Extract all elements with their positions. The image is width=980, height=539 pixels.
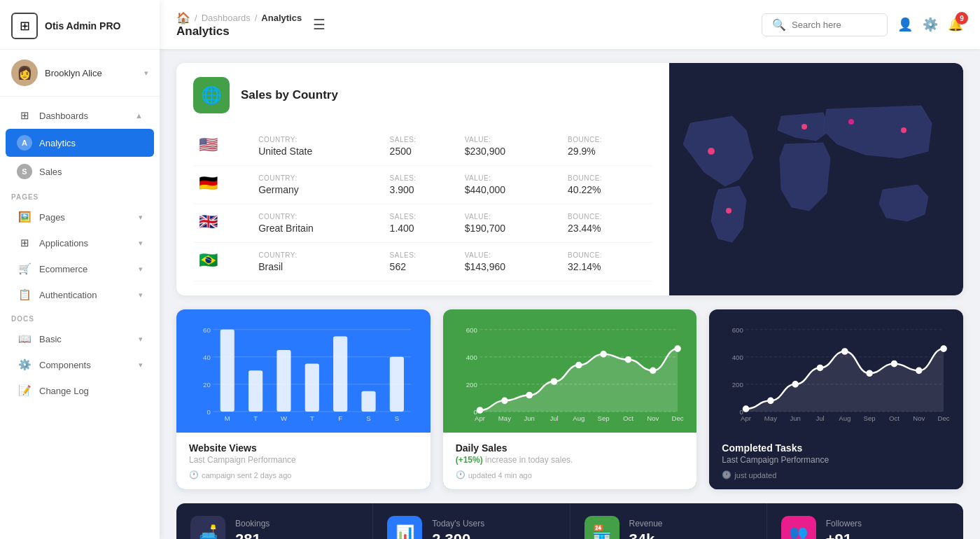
stat-item: 🛋️ Bookings 281 bbox=[176, 503, 373, 539]
sales-country-left: 🌐 Sales by Country 🇺🇸 Country: United St… bbox=[176, 63, 669, 295]
stat-info: Followers +91 bbox=[826, 519, 862, 540]
stats-row: 🛋️ Bookings 281 📊 Today's Users 2,300 🏪 … bbox=[176, 503, 963, 539]
sidebar-item-basic-label: Basic bbox=[39, 334, 62, 344]
world-map-area bbox=[669, 63, 963, 295]
sidebar-item-changelog[interactable]: 📝 Change Log bbox=[6, 378, 154, 403]
app-name: Otis Admin PRO bbox=[45, 20, 120, 31]
logo-icon: ⊞ bbox=[11, 13, 38, 39]
search-input[interactable] bbox=[792, 20, 877, 30]
ecommerce-icon: 🛒 bbox=[17, 262, 32, 275]
sales-by-country-card: 🌐 Sales by Country 🇺🇸 Country: United St… bbox=[176, 63, 963, 295]
sales-col: Sales: 562 bbox=[384, 243, 459, 281]
sidebar-item-applications-label: Applications bbox=[39, 238, 88, 248]
svg-text:F: F bbox=[338, 414, 342, 422]
topbar: 🏠 / Dashboards / Analytics Analytics ☰ 🔍… bbox=[160, 0, 980, 49]
svg-text:Dec: Dec bbox=[671, 414, 683, 422]
country-flag: 🇩🇪 bbox=[193, 166, 253, 204]
svg-point-62 bbox=[768, 398, 774, 403]
bounce-col: Bounce: 23.44% bbox=[562, 204, 652, 243]
svg-point-66 bbox=[867, 370, 873, 376]
stat-icon: 🏪 bbox=[584, 516, 620, 539]
website-views-subtitle: Last Campaign Performance bbox=[189, 455, 418, 465]
sidebar-item-applications[interactable]: ⊞ Applications ▾ bbox=[6, 230, 154, 255]
svg-point-69 bbox=[941, 346, 947, 351]
daily-sales-time-text: updated 4 min ago bbox=[468, 471, 532, 479]
website-views-time-text: campaign sent 2 days ago bbox=[202, 471, 291, 479]
value-col: Value: $440,000 bbox=[459, 166, 562, 204]
sidebar-item-sales-label: Sales bbox=[39, 167, 62, 177]
sidebar-item-basic[interactable]: 📖 Basic ▾ bbox=[6, 326, 154, 351]
user-profile-icon[interactable]: 👤 bbox=[897, 17, 913, 32]
svg-text:May: May bbox=[498, 414, 511, 422]
search-box[interactable]: 🔍 bbox=[762, 13, 888, 36]
country-flag: 🇧🇷 bbox=[193, 243, 253, 281]
analytics-badge: A bbox=[17, 135, 32, 150]
svg-point-68 bbox=[916, 368, 922, 374]
sidebar-item-pages[interactable]: 🖼️ Pages ▾ bbox=[6, 204, 154, 230]
notifications-icon[interactable]: 🔔 9 bbox=[948, 17, 963, 32]
daily-sales-subtitle: (+15%) increase in today sales. bbox=[456, 455, 685, 465]
website-views-chart-area: 6040200MTWTFSS bbox=[176, 309, 430, 433]
daily-sales-footer: Daily Sales (+15%) increase in today sal… bbox=[443, 433, 697, 489]
sidebar-user[interactable]: 👩 Brooklyn Alice ▾ bbox=[0, 50, 160, 97]
completed-tasks-title: Completed Tasks bbox=[722, 442, 951, 454]
applications-icon: ⊞ bbox=[17, 237, 32, 249]
sidebar-item-ecommerce-label: Ecommerce bbox=[39, 264, 88, 274]
notification-badge: 9 bbox=[955, 12, 968, 24]
value-col: Value: $230,900 bbox=[459, 127, 562, 166]
applications-chevron-icon: ▾ bbox=[139, 239, 143, 248]
svg-text:Jul: Jul bbox=[550, 414, 558, 422]
country-flag: 🇺🇸 bbox=[193, 127, 253, 166]
svg-rect-13 bbox=[220, 330, 234, 412]
svg-text:T: T bbox=[253, 414, 258, 422]
breadcrumb-dashboards[interactable]: Dashboards bbox=[202, 13, 251, 23]
stat-info: Today's Users 2,300 bbox=[432, 519, 484, 540]
dashboards-chevron-icon: ▲ bbox=[135, 111, 143, 120]
page-title: Analytics bbox=[176, 24, 302, 38]
clock-icon3: 🕐 bbox=[722, 470, 732, 479]
stat-value: +91 bbox=[826, 531, 862, 540]
sidebar-item-ecommerce[interactable]: 🛒 Ecommerce ▾ bbox=[6, 256, 154, 281]
daily-sales-time: 🕐 updated 4 min ago bbox=[456, 470, 685, 479]
stat-info: Revenue 34k bbox=[629, 519, 663, 540]
sidebar: ⊞ Otis Admin PRO 👩 Brooklyn Alice ▾ ⊞ Da… bbox=[0, 0, 160, 539]
sidebar-item-authentication[interactable]: 📋 Authentication ▾ bbox=[6, 282, 154, 307]
svg-text:20: 20 bbox=[203, 381, 211, 388]
svg-text:M: M bbox=[225, 414, 230, 422]
settings-icon[interactable]: ⚙️ bbox=[923, 17, 938, 32]
stat-icon: 🛋️ bbox=[190, 516, 225, 539]
website-views-time: 🕐 campaign sent 2 days ago bbox=[189, 470, 418, 479]
breadcrumb-sep1: / bbox=[195, 13, 197, 23]
sidebar-item-sales[interactable]: S Sales bbox=[6, 158, 154, 186]
svg-text:200: 200 bbox=[465, 381, 477, 388]
bounce-col: Bounce: 40.22% bbox=[562, 166, 652, 204]
bounce-col: Bounce: 29.9% bbox=[562, 127, 652, 166]
table-row: 🇩🇪 Country: Germany Sales: 3.900 Value: … bbox=[193, 166, 652, 204]
stat-icon: 👥 bbox=[781, 516, 816, 539]
search-icon: 🔍 bbox=[772, 18, 786, 31]
completed-tasks-subtitle: Last Campaign Performance bbox=[722, 455, 951, 465]
daily-sales-highlight: (+15%) bbox=[456, 455, 483, 465]
svg-text:200: 200 bbox=[732, 381, 743, 388]
svg-point-63 bbox=[793, 382, 799, 387]
svg-point-3 bbox=[901, 127, 906, 133]
sidebar-item-components[interactable]: ⚙️ Components ▾ bbox=[6, 352, 154, 377]
completed-tasks-time-text: just updated bbox=[734, 471, 776, 479]
breadcrumb-analytics: Analytics bbox=[261, 13, 302, 23]
hamburger-icon[interactable]: ☰ bbox=[313, 16, 326, 33]
sidebar-item-analytics[interactable]: A Analytics bbox=[6, 129, 154, 157]
completed-tasks-footer: Completed Tasks Last Campaign Performanc… bbox=[709, 433, 963, 489]
svg-point-64 bbox=[818, 365, 823, 371]
svg-text:Dec: Dec bbox=[938, 414, 950, 422]
stat-item: 👥 Followers +91 bbox=[767, 503, 963, 539]
sales-by-country-title: Sales by Country bbox=[241, 88, 338, 102]
svg-text:W: W bbox=[281, 414, 288, 422]
sidebar-item-dashboards[interactable]: ⊞ Dashboards ▲ bbox=[6, 103, 154, 128]
sidebar-nav: ⊞ Dashboards ▲ A Analytics S Sales PAGES… bbox=[0, 97, 160, 539]
stat-value: 34k bbox=[629, 531, 663, 540]
basic-icon: 📖 bbox=[17, 332, 32, 345]
topbar-left: 🏠 / Dashboards / Analytics Analytics bbox=[176, 11, 302, 38]
topbar-right: 🔍 👤 ⚙️ 🔔 9 bbox=[762, 13, 963, 36]
stat-item: 📊 Today's Users 2,300 bbox=[373, 503, 570, 539]
svg-text:Sep: Sep bbox=[864, 414, 876, 422]
